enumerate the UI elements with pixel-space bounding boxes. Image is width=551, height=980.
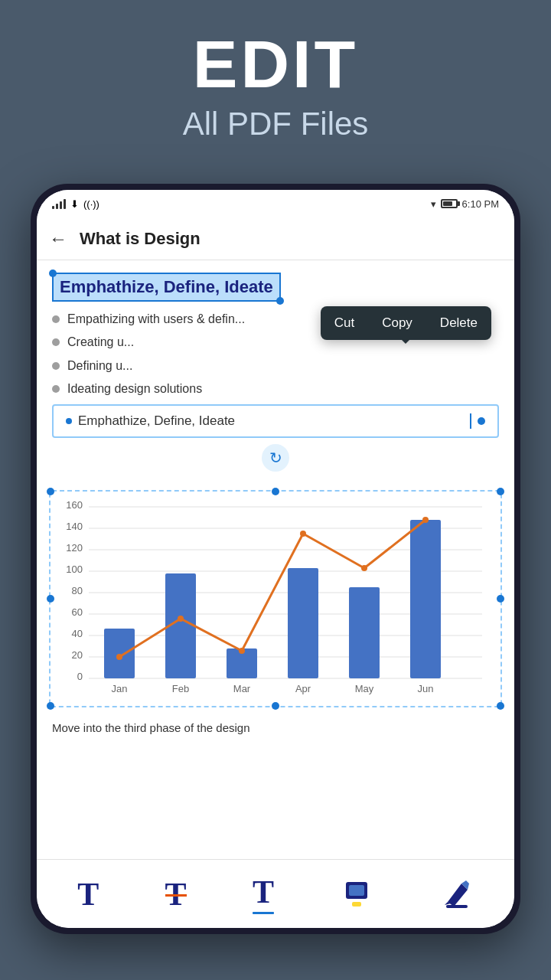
bullet-text-1: Empathizing with users & defin...: [67, 311, 245, 328]
edit-handle-right: [478, 417, 485, 425]
resize-handle-tc[interactable]: [272, 488, 279, 495]
svg-text:140: 140: [66, 521, 83, 532]
highlight-icon: [340, 877, 373, 911]
svg-rect-38: [352, 902, 361, 906]
svg-point-27: [300, 531, 306, 537]
bullet-dot: [52, 338, 60, 346]
svg-point-24: [116, 654, 122, 660]
underline-bar-icon: [253, 912, 274, 914]
highlight-icon-wrap: [340, 877, 373, 911]
list-item: Defining u...: [52, 358, 499, 374]
resize-handle-bc[interactable]: [272, 702, 279, 710]
cut-button[interactable]: Cut: [321, 306, 368, 340]
phone-frame: ⬇ ((·)) ▾ 6:10 PM ← What is Design Em: [31, 184, 520, 934]
signal-icon: [52, 198, 66, 209]
list-item: Ideating design solutions: [52, 381, 499, 397]
bullet-text-3: Defining u...: [67, 358, 132, 374]
svg-rect-18: [104, 629, 135, 678]
resize-handle-mr[interactable]: [497, 595, 504, 603]
svg-text:40: 40: [72, 628, 83, 639]
svg-text:120: 120: [66, 542, 83, 554]
edit-text-content: Emphathize, Define, Ideate: [78, 413, 464, 429]
svg-text:Jan: Jan: [112, 683, 128, 694]
resize-handle-ml[interactable]: [47, 595, 54, 603]
text-cursor: [470, 413, 471, 429]
pen-icon: [440, 876, 474, 910]
status-bar: ⬇ ((·)) ▾ 6:10 PM: [37, 190, 514, 217]
resize-handle-tr[interactable]: [497, 488, 504, 495]
battery-icon: [441, 199, 458, 208]
download-icon: ⬇: [70, 198, 79, 210]
resize-handle-tl[interactable]: [47, 488, 54, 495]
selected-heading[interactable]: Emphathize, Define, Ideate: [52, 273, 281, 302]
header-title: EDIT: [0, 31, 551, 98]
svg-rect-22: [349, 587, 380, 678]
pen-icon-wrap: [440, 876, 474, 913]
chart-section: 0 20 40 60 80 100 120 140 160: [37, 490, 514, 714]
bullet-text-2: Creating u...: [67, 334, 134, 351]
header-section: EDIT All PDF Files: [0, 0, 551, 158]
strikethrough-wrapper: T: [165, 876, 187, 913]
svg-rect-21: [288, 568, 318, 678]
pdf-content: Emphathize, Define, Ideate Cut Copy Dele…: [37, 260, 514, 487]
svg-point-25: [178, 616, 184, 622]
underline-text-icon: T: [253, 874, 274, 910]
svg-text:0: 0: [77, 671, 83, 682]
text-tool-normal[interactable]: T: [68, 870, 108, 919]
status-right: ▾ 6:10 PM: [431, 198, 499, 210]
time-display: 6:10 PM: [462, 198, 499, 210]
strikethrough-line-icon: [165, 894, 187, 897]
svg-text:20: 20: [72, 649, 83, 661]
svg-rect-39: [446, 905, 468, 908]
chart-container[interactable]: 0 20 40 60 80 100 120 140 160: [49, 490, 502, 707]
body-text: Move into the third phase of the design: [37, 714, 514, 743]
app-toolbar: ← What is Design: [37, 217, 514, 260]
svg-rect-37: [349, 885, 364, 896]
edit-text-box[interactable]: Emphathize, Define, Ideate: [52, 404, 499, 438]
status-left: ⬇ ((·)): [52, 198, 99, 210]
svg-point-28: [361, 565, 367, 571]
wifi-signal-icon: ▾: [431, 198, 436, 210]
refresh-icon: ↻: [262, 444, 289, 472]
refresh-button[interactable]: ↻: [52, 444, 499, 472]
delete-button[interactable]: Delete: [426, 306, 491, 340]
svg-text:Feb: Feb: [172, 683, 189, 694]
svg-text:Mar: Mar: [233, 683, 251, 694]
bullet-dot: [52, 385, 60, 393]
svg-text:80: 80: [72, 585, 83, 596]
underline-wrapper: T: [253, 874, 274, 914]
svg-text:100: 100: [66, 564, 83, 575]
resize-handle-bl[interactable]: [47, 702, 54, 710]
svg-text:60: 60: [72, 606, 83, 618]
svg-point-26: [239, 648, 245, 654]
selected-text-container: Emphathize, Define, Ideate Cut Copy Dele…: [52, 273, 499, 302]
svg-text:Apr: Apr: [295, 683, 311, 694]
text-tool-underline[interactable]: T: [243, 867, 283, 920]
svg-text:Jun: Jun: [418, 683, 434, 694]
bullet-dot: [52, 362, 60, 370]
bullet-text-4: Ideating design solutions: [67, 381, 202, 397]
svg-text:May: May: [355, 683, 374, 694]
selection-handle-right: [276, 297, 284, 305]
context-menu: Cut Copy Delete: [321, 306, 491, 340]
copy-button[interactable]: Copy: [368, 306, 426, 340]
highlight-tool[interactable]: [331, 871, 383, 917]
back-button[interactable]: ←: [49, 228, 67, 250]
chart-svg: 0 20 40 60 80 100 120 140 160: [57, 498, 494, 697]
bullet-dot: [52, 315, 60, 323]
text-tool-strikethrough[interactable]: T: [156, 870, 196, 919]
resize-handle-br[interactable]: [497, 702, 504, 710]
edit-bullet: [66, 418, 72, 424]
text-normal-icon: T: [77, 876, 99, 913]
selection-handle-left: [49, 270, 57, 277]
svg-rect-23: [410, 520, 441, 678]
svg-text:160: 160: [66, 499, 83, 511]
document-title: What is Design: [80, 229, 201, 249]
bottom-toolbar: T T T: [37, 859, 514, 928]
svg-point-29: [422, 517, 429, 523]
wifi-icon: ((·)): [83, 198, 99, 210]
pen-tool[interactable]: [431, 870, 483, 919]
phone-screen: ⬇ ((·)) ▾ 6:10 PM ← What is Design Em: [37, 190, 514, 928]
header-subtitle: All PDF Files: [0, 106, 551, 142]
